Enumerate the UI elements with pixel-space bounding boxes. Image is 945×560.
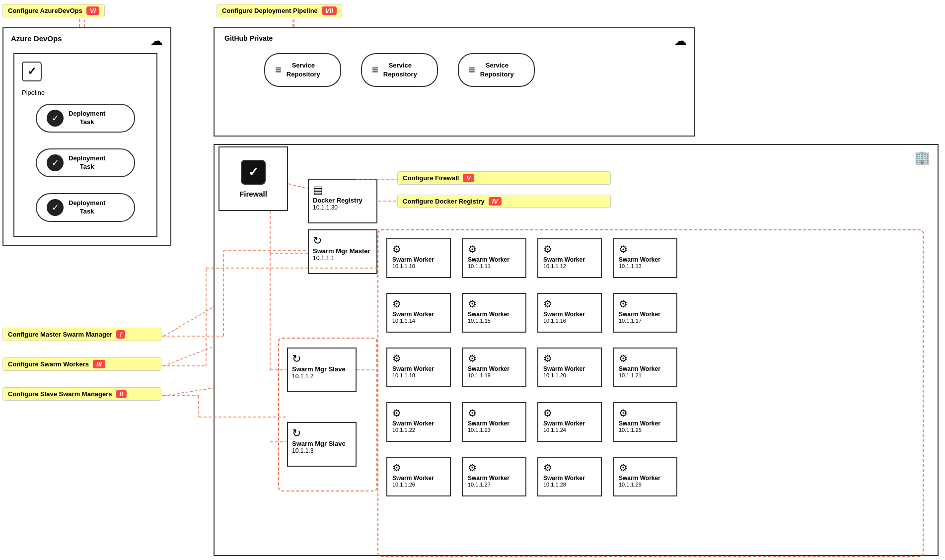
cloud-icon-github: ☁ — [674, 33, 687, 49]
service-repo-3: ≡ ServiceRepository — [458, 53, 535, 87]
worker-11: ⚙ Swarm Worker 10.1.1.11 — [462, 238, 526, 278]
gear-28: ⚙ — [543, 462, 552, 474]
swarm-slave-1-ip: 10.1.1.2 — [292, 373, 352, 380]
pipeline-tasks: ✓ DeploymentTask ✓ DeploymentTask ✓ Depl… — [14, 99, 156, 227]
docker-registry-box: ▤ Docker Registry 10.1.1.30 — [308, 179, 377, 223]
gear-16: ⚙ — [543, 298, 552, 310]
configure-slave-managers-label: Configure Slave Swarm Managers II — [2, 387, 161, 401]
worker-22: ⚙ Swarm Worker 10.1.1.22 — [386, 402, 451, 442]
configure-docker-registry-label: Configure Docker Registry IV — [397, 195, 611, 208]
azure-devops-box: Azure DevOps ☁ ✓ Pipeline ✓ DeploymentTa… — [2, 27, 171, 246]
slave-managers-text: Configure Slave Swarm Managers — [8, 390, 112, 398]
repo-text-3: ServiceRepository — [480, 61, 514, 79]
firewall-box: ✓ Firewall — [218, 146, 288, 211]
worker-15: ⚙ Swarm Worker 10.1.1.15 — [462, 293, 526, 333]
gear-18: ⚙ — [392, 352, 401, 364]
docker-registry-text: Configure Docker Registry — [403, 198, 485, 205]
worker-12: ⚙ Swarm Worker 10.1.1.12 — [537, 238, 602, 278]
repo-text-2: ServiceRepository — [383, 61, 417, 79]
swarm-master-label: Swarm Mgr Master — [313, 247, 372, 255]
gear-14: ⚙ — [392, 298, 401, 310]
firewall-text: Configure Firewall — [403, 174, 459, 182]
worker-17: ⚙ Swarm Worker 10.1.1.17 — [613, 293, 677, 333]
swarm-slave-2-icon: ↻ — [292, 427, 352, 440]
swarm-slave-2-label: Swarm Mgr Slave — [292, 440, 352, 447]
deploy-task-2: ✓ DeploymentTask — [36, 148, 135, 177]
service-repo-items: ≡ ServiceRepository ≡ ServiceRepository … — [264, 53, 535, 87]
gear-11: ⚙ — [468, 243, 477, 255]
configure-firewall-label: Configure Firewall V — [397, 171, 611, 185]
gear-12: ⚙ — [543, 243, 552, 255]
docker-registry-icon: ▤ — [313, 184, 372, 197]
building-icon: 🏢 — [914, 150, 930, 165]
gear-23: ⚙ — [468, 407, 477, 419]
service-repo-2: ≡ ServiceRepository — [361, 53, 438, 87]
repo-icon-2: ≡ — [372, 64, 378, 76]
pipeline-label: Pipeline — [22, 89, 45, 96]
gear-19: ⚙ — [468, 352, 477, 364]
worker-16: ⚙ Swarm Worker 10.1.1.16 — [537, 293, 602, 333]
configure-swarm-workers-label: Configure Swarm Workers III — [2, 357, 161, 371]
task-text-3: DeploymentTask — [69, 199, 105, 216]
worker-25: ⚙ Swarm Worker 10.1.1.25 — [613, 402, 677, 442]
worker-14: ⚙ Swarm Worker 10.1.1.14 — [386, 293, 451, 333]
pipeline-check-icon: ✓ — [22, 62, 42, 81]
github-title: GitHub Private — [224, 34, 273, 42]
worker-21: ⚙ Swarm Worker 10.1.1.21 — [613, 348, 677, 387]
service-repo-1: ≡ ServiceRepository — [264, 53, 341, 87]
azure-devops-text: Configure AzureDevOps — [8, 7, 82, 14]
swarm-master-box: ↻ Swarm Mgr Master 10.1.1.1 — [308, 229, 377, 274]
configure-deploy-pipeline-label: Configure Deployment Pipeline VII — [217, 4, 342, 17]
gear-21: ⚙ — [619, 352, 628, 364]
worker-26: ⚙ Swarm Worker 10.1.1.26 — [386, 457, 451, 496]
worker-18: ⚙ Swarm Worker 10.1.1.18 — [386, 348, 451, 387]
swarm-workers-text: Configure Swarm Workers — [8, 360, 89, 368]
repo-icon-1: ≡ — [275, 64, 282, 76]
worker-29: ⚙ Swarm Worker 10.1.1.29 — [613, 457, 677, 496]
gear-20: ⚙ — [543, 352, 552, 364]
swarm-slave-2-box: ↻ Swarm Mgr Slave 10.1.1.3 — [287, 422, 357, 467]
gear-26: ⚙ — [392, 462, 401, 474]
swarm-master-ip: 10.1.1.1 — [313, 255, 372, 262]
swarm-slave-1-label: Swarm Mgr Slave — [292, 365, 352, 373]
cloud-icon-azure: ☁ — [150, 33, 163, 49]
azure-devops-title: Azure DevOps — [11, 34, 62, 43]
worker-27: ⚙ Swarm Worker 10.1.1.27 — [462, 457, 526, 496]
master-swarm-text: Configure Master Swarm Manager — [8, 331, 112, 338]
swarm-workers-badge: III — [93, 360, 105, 368]
gear-27: ⚙ — [468, 462, 477, 474]
worker-13: ⚙ Swarm Worker 10.1.1.13 — [613, 238, 677, 278]
deploy-pipeline-text: Configure Deployment Pipeline — [222, 7, 318, 14]
repo-text-1: ServiceRepository — [287, 61, 320, 79]
swarm-slave-1-box: ↻ Swarm Mgr Slave 10.1.1.2 — [287, 348, 357, 392]
gear-22: ⚙ — [392, 407, 401, 419]
task-text-1: DeploymentTask — [69, 110, 105, 127]
docker-registry-ip: 10.1.1.30 — [313, 204, 372, 211]
gear-29: ⚙ — [619, 462, 628, 474]
firewall-label: Firewall — [239, 190, 267, 198]
pipeline-inner-box: ✓ Pipeline ✓ DeploymentTask ✓ Deployment… — [13, 53, 157, 237]
gear-13: ⚙ — [619, 243, 628, 255]
gear-17: ⚙ — [619, 298, 628, 310]
firewall-badge: V — [463, 174, 474, 182]
gear-10: ⚙ — [392, 243, 401, 255]
swarm-master-icon: ↻ — [313, 234, 372, 247]
check-circle-1: ✓ — [47, 110, 64, 127]
slave-managers-badge: II — [116, 390, 127, 398]
docker-registry-label: Docker Registry — [313, 197, 372, 204]
worker-28: ⚙ Swarm Worker 10.1.1.28 — [537, 457, 602, 496]
gear-25: ⚙ — [619, 407, 628, 419]
repo-icon-3: ≡ — [469, 64, 475, 76]
worker-19: ⚙ Swarm Worker 10.1.1.19 — [462, 348, 526, 387]
deploy-task-1: ✓ DeploymentTask — [36, 104, 135, 133]
main-canvas: Configure AzureDevOps VI Configure Deplo… — [0, 0, 945, 560]
check-circle-2: ✓ — [47, 154, 64, 171]
azure-devops-badge: VI — [86, 6, 99, 15]
task-text-2: DeploymentTask — [69, 154, 105, 171]
gear-15: ⚙ — [468, 298, 477, 310]
check-circle-3: ✓ — [47, 199, 64, 216]
docker-registry-badge: IV — [489, 197, 502, 206]
worker-10: ⚙ Swarm Worker 10.1.1.10 — [386, 238, 451, 278]
swarm-slave-1-icon: ↻ — [292, 352, 352, 365]
worker-20: ⚙ Swarm Worker 10.1.1.20 — [537, 348, 602, 387]
